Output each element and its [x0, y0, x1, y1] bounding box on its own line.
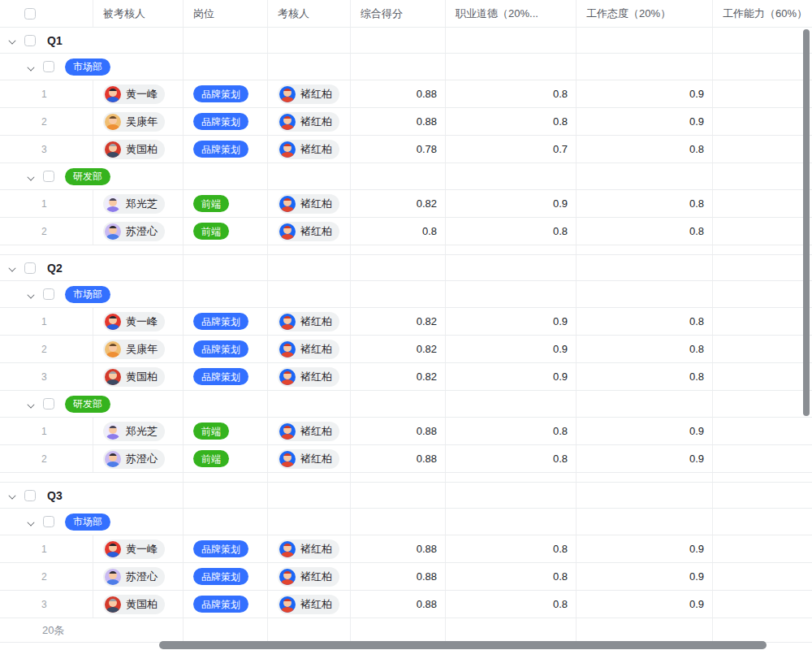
reviewer-cell[interactable]: 褚红柏	[268, 591, 351, 618]
attitude-score-cell[interactable]: 0.9	[577, 535, 713, 562]
col-header-position[interactable]: 岗位	[184, 0, 268, 27]
attitude-score-cell[interactable]: 0.9	[577, 108, 713, 135]
ability-score-cell[interactable]	[713, 108, 812, 135]
position-cell[interactable]: 前端	[184, 190, 268, 217]
assessee-cell[interactable]: 吴康年	[93, 108, 184, 135]
reviewer-cell[interactable]: 褚红柏	[268, 445, 351, 472]
position-cell[interactable]: 品牌策划	[184, 535, 268, 562]
attitude-score-cell[interactable]: 0.9	[577, 80, 713, 107]
subgroup-checkbox[interactable]	[43, 171, 54, 182]
assessee-cell[interactable]: 郑光芝	[93, 190, 184, 217]
position-cell[interactable]: 品牌策划	[184, 563, 268, 590]
ethics-score-cell[interactable]: 0.8	[446, 80, 577, 107]
col-header-assessee[interactable]: 被考核人	[93, 0, 184, 27]
assessee-cell[interactable]: 郑光芝	[93, 418, 184, 444]
overall-score-cell[interactable]: 0.82	[351, 363, 446, 390]
group-checkbox[interactable]	[24, 262, 36, 274]
chevron-down-icon[interactable]	[28, 63, 35, 71]
overall-score-cell[interactable]: 0.88	[351, 80, 446, 107]
subgroup-checkbox[interactable]	[43, 398, 54, 410]
position-cell[interactable]: 品牌策划	[184, 308, 268, 335]
ethics-score-cell[interactable]: 0.8	[446, 563, 577, 590]
chevron-down-icon[interactable]	[28, 401, 35, 408]
ability-score-cell[interactable]	[713, 563, 812, 590]
overall-score-cell[interactable]: 0.88	[351, 108, 446, 135]
reviewer-cell[interactable]: 褚红柏	[268, 80, 351, 107]
reviewer-cell[interactable]: 褚红柏	[268, 190, 351, 217]
ethics-score-cell[interactable]: 0.9	[446, 308, 577, 335]
ethics-score-cell[interactable]: 0.8	[446, 218, 577, 245]
assessee-cell[interactable]: 苏澄心	[93, 445, 184, 472]
horizontal-scrollbar[interactable]	[159, 641, 767, 649]
position-cell[interactable]: 品牌策划	[184, 336, 268, 362]
ability-score-cell[interactable]	[713, 591, 812, 618]
ability-score-cell[interactable]	[713, 80, 812, 107]
subgroup-checkbox[interactable]	[43, 61, 54, 72]
ethics-score-cell[interactable]: 0.9	[446, 363, 577, 390]
position-cell[interactable]: 品牌策划	[184, 363, 268, 390]
attitude-score-cell[interactable]: 0.8	[577, 136, 713, 162]
position-cell[interactable]: 前端	[184, 418, 268, 444]
ethics-score-cell[interactable]: 0.9	[446, 336, 577, 362]
reviewer-cell[interactable]: 褚红柏	[268, 108, 351, 135]
position-cell[interactable]: 品牌策划	[184, 591, 268, 618]
ability-score-cell[interactable]	[713, 535, 812, 562]
attitude-score-cell[interactable]: 0.9	[577, 563, 713, 590]
reviewer-cell[interactable]: 褚红柏	[268, 308, 351, 335]
attitude-score-cell[interactable]: 0.8	[577, 336, 713, 362]
ethics-score-cell[interactable]: 0.8	[446, 445, 577, 472]
assessee-cell[interactable]: 黄一峰	[93, 80, 184, 107]
overall-score-cell[interactable]: 0.88	[351, 535, 446, 562]
assessee-cell[interactable]: 吴康年	[93, 336, 184, 362]
assessee-cell[interactable]: 黄国柏	[93, 136, 184, 162]
overall-score-cell[interactable]: 0.88	[351, 445, 446, 472]
reviewer-cell[interactable]: 褚红柏	[268, 563, 351, 590]
assessee-cell[interactable]: 黄一峰	[93, 308, 184, 335]
group-checkbox[interactable]	[24, 35, 36, 46]
attitude-score-cell[interactable]: 0.9	[577, 445, 713, 472]
overall-score-cell[interactable]: 0.88	[351, 591, 446, 618]
attitude-score-cell[interactable]: 0.8	[577, 218, 713, 245]
ethics-score-cell[interactable]: 0.8	[446, 535, 577, 562]
chevron-down-icon[interactable]	[28, 518, 35, 526]
assessee-cell[interactable]: 黄国柏	[93, 363, 184, 390]
chevron-down-icon[interactable]	[9, 492, 16, 499]
reviewer-cell[interactable]: 褚红柏	[268, 218, 351, 245]
subgroup-checkbox[interactable]	[43, 516, 54, 527]
col-header-ethics[interactable]: 职业道德（20%...	[446, 0, 577, 27]
assessee-cell[interactable]: 黄一峰	[93, 535, 184, 562]
position-cell[interactable]: 品牌策划	[184, 136, 268, 162]
chevron-down-icon[interactable]	[9, 264, 16, 271]
ability-score-cell[interactable]	[713, 190, 812, 217]
ability-score-cell[interactable]	[713, 445, 812, 472]
position-cell[interactable]: 前端	[184, 445, 268, 472]
assessee-cell[interactable]: 苏澄心	[93, 563, 184, 590]
overall-score-cell[interactable]: 0.88	[351, 563, 446, 590]
ethics-score-cell[interactable]: 0.9	[446, 190, 577, 217]
position-cell[interactable]: 前端	[184, 218, 268, 245]
ability-score-cell[interactable]	[713, 218, 812, 245]
col-header-overall-score[interactable]: 综合得分	[351, 0, 446, 27]
overall-score-cell[interactable]: 0.82	[351, 336, 446, 362]
attitude-score-cell[interactable]: 0.8	[577, 190, 713, 217]
ethics-score-cell[interactable]: 0.8	[446, 108, 577, 135]
ability-score-cell[interactable]	[713, 308, 812, 335]
position-cell[interactable]: 品牌策划	[184, 80, 268, 107]
overall-score-cell[interactable]: 0.82	[351, 308, 446, 335]
assessee-cell[interactable]: 黄国柏	[93, 591, 184, 618]
subgroup-checkbox[interactable]	[43, 288, 54, 300]
assessee-cell[interactable]: 苏澄心	[93, 218, 184, 245]
chevron-down-icon[interactable]	[9, 37, 16, 44]
col-header-ability[interactable]: 工作能力（60%）	[713, 0, 812, 27]
overall-score-cell[interactable]: 0.78	[351, 136, 446, 162]
group-checkbox[interactable]	[24, 490, 36, 501]
chevron-down-icon[interactable]	[28, 291, 35, 298]
ability-score-cell[interactable]	[713, 136, 812, 162]
overall-score-cell[interactable]: 0.88	[351, 418, 446, 444]
ethics-score-cell[interactable]: 0.8	[446, 591, 577, 618]
overall-score-cell[interactable]: 0.8	[351, 218, 446, 245]
attitude-score-cell[interactable]: 0.8	[577, 308, 713, 335]
col-header-reviewer[interactable]: 考核人	[268, 0, 351, 27]
col-header-attitude[interactable]: 工作态度（20%）	[577, 0, 713, 27]
chevron-down-icon[interactable]	[28, 173, 35, 180]
